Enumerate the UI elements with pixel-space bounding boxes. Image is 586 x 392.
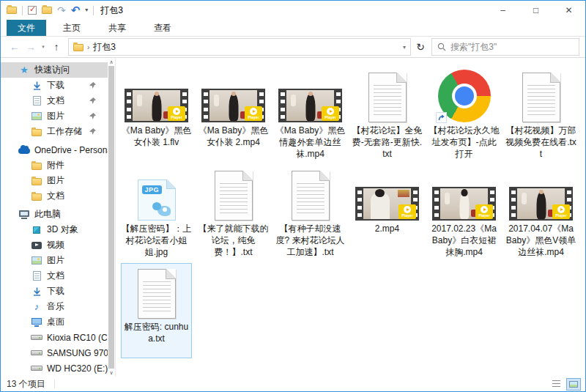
redo-icon[interactable]: ↷ [57, 6, 66, 15]
window-body: ★快速访问 下载 文档 图片 工作存储 OneDrive - Personal … [1, 58, 585, 377]
tab-home[interactable]: 主页 [52, 20, 92, 36]
status-bar: 13 个项目 [1, 377, 585, 391]
file-item-1[interactable]: Player 《Ma Baby》黑色女仆装 1.flv [121, 67, 192, 162]
tab-share[interactable]: 共享 [97, 20, 137, 36]
sidebar-item-work-storage[interactable]: 工作存储 [1, 124, 108, 139]
folder-icon [31, 127, 42, 136]
breadcrumb-folder-icon [73, 44, 84, 51]
search-input[interactable] [450, 42, 574, 52]
file-item-7[interactable]: JPG 【解压密码】：上村花论坛看小姐姐.jpg [121, 165, 192, 260]
video-thumbnail: Player [432, 187, 496, 221]
chrome-shortcut-icon [438, 70, 491, 122]
sidebar-item-documents-onedrive[interactable]: 文档 [1, 188, 108, 204]
sidebar-item-quick-access[interactable]: ★快速访问 [1, 62, 108, 78]
files-grid: Player 《Ma Baby》黑色女仆装 1.flv Player 《Ma B… [116, 58, 585, 358]
file-item-5[interactable]: 【村花论坛永久地址发布页】-点此打开 [429, 67, 500, 162]
file-item-3[interactable]: Player 《Ma Baby》黑色情趣外套单边丝袜.mp4 [275, 67, 346, 162]
sidebar-item-3d-objects[interactable]: 3D 对象 [1, 222, 108, 237]
sidebar-item-onedrive[interactable]: OneDrive - Personal [1, 142, 108, 158]
sidebar-item-pictures-onedrive[interactable]: 图片 [1, 173, 108, 188]
separator [22, 6, 23, 15]
pin-icon [89, 82, 96, 89]
file-name: 《Ma Baby》黑色女仆装 2.mp4 [198, 125, 269, 148]
potplayer-badge: Player [322, 106, 339, 121]
shortcut-arrow-icon [436, 112, 447, 123]
file-name: 【有种子却没速度? 来村花论坛人工加速】.txt [275, 223, 346, 258]
file-item-4[interactable]: 【村花论坛】全免费-无套路-更新快.txt [352, 67, 423, 162]
video-thumbnail: Player [201, 89, 265, 122]
document-icon [31, 96, 42, 106]
music-icon: ♪ [31, 302, 42, 311]
file-name: 《Ma Baby》黑色情趣外套单边丝袜.mp4 [275, 125, 346, 160]
file-list-area: Player 《Ma Baby》黑色女仆装 1.flv Player 《Ma B… [116, 58, 585, 377]
recent-locations-caret-icon[interactable]: ▾ [39, 44, 48, 50]
close-button[interactable]: ✕ [552, 1, 585, 20]
file-name: 【村花论坛】全免费-无套路-更新快.txt [352, 125, 423, 160]
separator [93, 6, 94, 15]
potplayer-badge: Player [245, 106, 262, 121]
file-item-2[interactable]: Player 《Ma Baby》黑色女仆装 2.mp4 [198, 67, 269, 162]
address-dropdown-caret-icon[interactable]: ▾ [403, 44, 406, 51]
potplayer-badge: Player [168, 106, 185, 121]
sidebar-item-drive-e[interactable]: WD HC320 (E:) [1, 360, 108, 376]
maximize-button[interactable]: □ [519, 1, 552, 20]
file-item-9[interactable]: 【有种子却没速度? 来村花论坛人工加速】.txt [275, 165, 346, 260]
customize-qat-caret-icon[interactable]: ▾ [85, 7, 88, 13]
properties-icon[interactable] [28, 6, 37, 15]
back-button[interactable]: ← [7, 41, 23, 53]
large-icons-view-button[interactable] [566, 378, 581, 391]
file-item-10[interactable]: Player 2.mp4 [352, 165, 423, 260]
sidebar-item-desktop[interactable]: 桌面 [1, 314, 108, 330]
sidebar-item-this-pc[interactable]: 此电脑 [1, 207, 108, 222]
star-icon: ★ [18, 65, 30, 75]
sidebar-item-pictures-pc[interactable]: 图片 [1, 253, 108, 268]
sidebar-item-documents-pc[interactable]: 文档 [1, 268, 108, 284]
this-pc-icon [18, 212, 30, 217]
sidebar-item-drive-c[interactable]: Kioxia RC10 (C:) [1, 330, 108, 345]
file-name: 【村花论坛永久地址发布页】-点此打开 [429, 125, 500, 160]
desktop-icon [31, 319, 42, 325]
details-view-button[interactable] [549, 378, 563, 391]
details-view-icon [552, 380, 560, 388]
undo-icon[interactable]: ↶ [71, 6, 81, 15]
refresh-button[interactable]: ↻ [411, 41, 430, 53]
pin-icon [89, 97, 96, 104]
new-folder-icon[interactable] [42, 7, 52, 14]
tab-view[interactable]: 查看 [143, 20, 182, 36]
sidebar-item-music[interactable]: ♪音乐 [1, 299, 108, 314]
navigation-pane: ★快速访问 下载 文档 图片 工作存储 OneDrive - Personal … [1, 58, 116, 377]
large-icons-view-icon [569, 381, 578, 388]
file-item-11[interactable]: Player 2017.02.23《Ma Baby》白衣短裙抹胸.mp4 [429, 165, 500, 260]
tab-file[interactable]: 文件 [7, 20, 46, 36]
minimize-button[interactable]: – [486, 1, 519, 20]
scrollbar-thumb[interactable] [108, 66, 114, 369]
title-bar: ↷ ↶ ▾ 打包3 – □ ✕ [1, 1, 585, 20]
document-icon [31, 271, 42, 281]
file-item-8[interactable]: 【来了就能下载的论坛，纯免费！】.txt [198, 165, 269, 260]
text-file-icon [138, 269, 176, 319]
sidebar-item-documents[interactable]: 文档 [1, 93, 108, 108]
forward-button[interactable]: → [23, 41, 39, 53]
scroll-up-icon[interactable]: ∧ [109, 59, 113, 65]
sidebar-item-videos[interactable]: 视频 [1, 237, 108, 253]
sidebar-item-downloads-pc[interactable]: 下载 [1, 284, 108, 299]
file-item-12[interactable]: Player 2017.04.07《Ma Baby》黑色V领单边丝袜.mp4 [505, 165, 576, 260]
file-item-6[interactable]: 【村花视频】万部视频免费在线看.txt [505, 67, 576, 162]
sidebar-item-drive-samsung[interactable]: SAMSUNG 970 EVO [1, 345, 108, 360]
up-button[interactable]: ↑ [48, 41, 65, 53]
sidebar-item-pictures[interactable]: 图片 [1, 108, 108, 124]
sidebar-item-downloads[interactable]: 下载 [1, 78, 108, 93]
sidebar-item-attachments[interactable]: 附件 [1, 158, 108, 173]
onedrive-cloud-icon [18, 146, 30, 154]
file-name: 【来了就能下载的论坛，纯免费！】.txt [198, 223, 269, 258]
drive-icon [31, 335, 42, 340]
scroll-down-icon[interactable]: ∨ [109, 369, 113, 376]
sidebar-scrollbar[interactable]: ∧ ∨ [108, 58, 115, 377]
file-item-13-selected[interactable]: 解压密码: cunhua.txt [121, 263, 192, 358]
quick-access-toolbar: ↷ ↶ ▾ 打包3 [7, 4, 123, 17]
text-file-icon [292, 171, 330, 221]
address-bar[interactable]: › 打包3 ▾ [68, 38, 411, 56]
file-name: 《Ma Baby》黑色女仆装 1.flv [121, 125, 192, 148]
pin-icon [89, 128, 96, 135]
breadcrumb[interactable]: 打包3 [93, 41, 116, 53]
